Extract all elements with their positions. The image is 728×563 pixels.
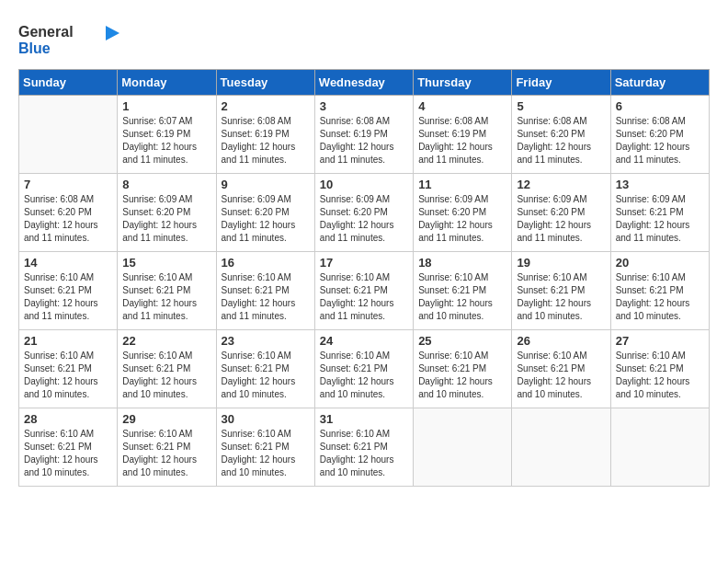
day-info: Sunrise: 6:10 AMSunset: 6:21 PMDaylight:… (122, 271, 210, 323)
day-info: Sunrise: 6:10 AMSunset: 6:21 PMDaylight:… (320, 428, 408, 479)
calendar-cell: 26Sunrise: 6:10 AMSunset: 6:21 PMDayligh… (512, 330, 610, 408)
calendar-week-row: 14Sunrise: 6:10 AMSunset: 6:21 PMDayligh… (19, 252, 710, 330)
calendar-cell: 15Sunrise: 6:10 AMSunset: 6:21 PMDayligh… (118, 252, 216, 330)
logo-svg: General Blue (18, 18, 119, 60)
day-info: Sunrise: 6:08 AMSunset: 6:19 PMDaylight:… (418, 115, 506, 167)
day-info: Sunrise: 6:09 AMSunset: 6:20 PMDaylight:… (517, 193, 605, 245)
day-info: Sunrise: 6:10 AMSunset: 6:21 PMDaylight:… (616, 271, 704, 323)
day-number: 10 (320, 178, 408, 191)
calendar-cell: 4Sunrise: 6:08 AMSunset: 6:19 PMDaylight… (414, 96, 512, 174)
svg-text:Blue: Blue (18, 40, 51, 56)
calendar-cell: 31Sunrise: 6:10 AMSunset: 6:21 PMDayligh… (314, 408, 413, 487)
calendar-cell: 14Sunrise: 6:10 AMSunset: 6:21 PMDayligh… (19, 252, 118, 330)
calendar-week-row: 1Sunrise: 6:07 AMSunset: 6:19 PMDaylight… (19, 96, 710, 174)
day-info: Sunrise: 6:09 AMSunset: 6:20 PMDaylight:… (222, 193, 310, 245)
logo: General Blue (18, 18, 119, 60)
day-info: Sunrise: 6:10 AMSunset: 6:21 PMDaylight:… (24, 350, 112, 401)
day-info: Sunrise: 6:09 AMSunset: 6:20 PMDaylight:… (418, 193, 506, 245)
day-number: 15 (122, 256, 210, 270)
day-number: 24 (320, 334, 408, 348)
calendar-cell: 19Sunrise: 6:10 AMSunset: 6:21 PMDayligh… (512, 252, 610, 330)
weekday-header: Thursday (414, 70, 512, 96)
day-number: 23 (222, 334, 310, 348)
day-number: 11 (418, 178, 506, 191)
calendar-cell: 2Sunrise: 6:08 AMSunset: 6:19 PMDaylight… (216, 96, 314, 174)
day-info: Sunrise: 6:08 AMSunset: 6:19 PMDaylight:… (222, 115, 310, 167)
day-info: Sunrise: 6:10 AMSunset: 6:21 PMDaylight:… (418, 350, 506, 401)
day-number: 2 (222, 99, 310, 113)
calendar-cell: 3Sunrise: 6:08 AMSunset: 6:19 PMDaylight… (314, 96, 413, 174)
calendar-cell: 28Sunrise: 6:10 AMSunset: 6:21 PMDayligh… (19, 408, 118, 487)
day-number: 26 (517, 334, 605, 348)
calendar-cell: 25Sunrise: 6:10 AMSunset: 6:21 PMDayligh… (414, 330, 512, 408)
day-info: Sunrise: 6:10 AMSunset: 6:21 PMDaylight:… (222, 271, 310, 323)
calendar-cell: 13Sunrise: 6:09 AMSunset: 6:21 PMDayligh… (610, 174, 709, 252)
calendar-cell: 11Sunrise: 6:09 AMSunset: 6:20 PMDayligh… (414, 174, 512, 252)
calendar-cell (19, 96, 118, 174)
weekday-header: Friday (512, 70, 610, 96)
day-number: 12 (517, 178, 605, 191)
day-info: Sunrise: 6:10 AMSunset: 6:21 PMDaylight:… (222, 350, 310, 401)
weekday-header: Wednesday (314, 70, 413, 96)
calendar-cell: 1Sunrise: 6:07 AMSunset: 6:19 PMDaylight… (118, 96, 216, 174)
day-info: Sunrise: 6:08 AMSunset: 6:20 PMDaylight:… (24, 193, 112, 245)
day-info: Sunrise: 6:10 AMSunset: 6:21 PMDaylight:… (320, 271, 408, 323)
day-number: 13 (616, 178, 704, 191)
weekday-header: Saturday (610, 70, 709, 96)
day-number: 5 (517, 99, 605, 113)
calendar-body: 1Sunrise: 6:07 AMSunset: 6:19 PMDaylight… (19, 96, 710, 487)
day-number: 21 (24, 334, 112, 348)
day-number: 25 (418, 334, 506, 348)
day-number: 31 (320, 412, 408, 426)
day-info: Sunrise: 6:08 AMSunset: 6:20 PMDaylight:… (517, 115, 605, 167)
day-info: Sunrise: 6:07 AMSunset: 6:19 PMDaylight:… (122, 115, 210, 167)
calendar-cell: 20Sunrise: 6:10 AMSunset: 6:21 PMDayligh… (610, 252, 709, 330)
calendar-cell (610, 408, 709, 487)
day-number: 19 (517, 256, 605, 270)
calendar-table: SundayMondayTuesdayWednesdayThursdayFrid… (18, 69, 710, 487)
day-info: Sunrise: 6:10 AMSunset: 6:21 PMDaylight:… (24, 271, 112, 323)
calendar-cell: 9Sunrise: 6:09 AMSunset: 6:20 PMDaylight… (216, 174, 314, 252)
day-info: Sunrise: 6:09 AMSunset: 6:20 PMDaylight:… (122, 193, 210, 245)
header-row: SundayMondayTuesdayWednesdayThursdayFrid… (19, 70, 710, 96)
day-info: Sunrise: 6:10 AMSunset: 6:21 PMDaylight:… (517, 271, 605, 323)
day-number: 28 (24, 412, 112, 426)
weekday-header: Monday (118, 70, 216, 96)
calendar-cell: 29Sunrise: 6:10 AMSunset: 6:21 PMDayligh… (118, 408, 216, 487)
calendar-cell: 5Sunrise: 6:08 AMSunset: 6:20 PMDaylight… (512, 96, 610, 174)
calendar-cell (512, 408, 610, 487)
calendar-cell: 22Sunrise: 6:10 AMSunset: 6:21 PMDayligh… (118, 330, 216, 408)
day-number: 16 (222, 256, 310, 270)
day-info: Sunrise: 6:10 AMSunset: 6:21 PMDaylight:… (517, 350, 605, 401)
day-info: Sunrise: 6:10 AMSunset: 6:21 PMDaylight:… (24, 428, 112, 479)
day-number: 3 (320, 99, 408, 113)
weekday-header: Sunday (19, 70, 118, 96)
day-number: 7 (24, 178, 112, 191)
calendar-cell: 18Sunrise: 6:10 AMSunset: 6:21 PMDayligh… (414, 252, 512, 330)
calendar-cell: 6Sunrise: 6:08 AMSunset: 6:20 PMDaylight… (610, 96, 709, 174)
weekday-header: Tuesday (216, 70, 314, 96)
day-number: 8 (122, 178, 210, 191)
day-number: 18 (418, 256, 506, 270)
day-number: 4 (418, 99, 506, 113)
svg-marker-1 (106, 26, 119, 40)
day-number: 30 (222, 412, 310, 426)
calendar-cell: 8Sunrise: 6:09 AMSunset: 6:20 PMDaylight… (118, 174, 216, 252)
calendar-cell: 23Sunrise: 6:10 AMSunset: 6:21 PMDayligh… (216, 330, 314, 408)
day-info: Sunrise: 6:10 AMSunset: 6:21 PMDaylight:… (418, 271, 506, 323)
calendar-cell: 17Sunrise: 6:10 AMSunset: 6:21 PMDayligh… (314, 252, 413, 330)
day-info: Sunrise: 6:10 AMSunset: 6:21 PMDaylight:… (616, 350, 704, 401)
day-info: Sunrise: 6:09 AMSunset: 6:20 PMDaylight:… (320, 193, 408, 245)
calendar-cell: 30Sunrise: 6:10 AMSunset: 6:21 PMDayligh… (216, 408, 314, 487)
day-info: Sunrise: 6:08 AMSunset: 6:20 PMDaylight:… (616, 115, 704, 167)
calendar-week-row: 21Sunrise: 6:10 AMSunset: 6:21 PMDayligh… (19, 330, 710, 408)
day-number: 20 (616, 256, 704, 270)
calendar-cell: 7Sunrise: 6:08 AMSunset: 6:20 PMDaylight… (19, 174, 118, 252)
day-number: 27 (616, 334, 704, 348)
day-number: 6 (616, 99, 704, 113)
calendar-cell (414, 408, 512, 487)
calendar-cell: 27Sunrise: 6:10 AMSunset: 6:21 PMDayligh… (610, 330, 709, 408)
svg-text:General: General (18, 24, 74, 40)
day-info: Sunrise: 6:10 AMSunset: 6:21 PMDaylight:… (320, 350, 408, 401)
calendar-cell: 24Sunrise: 6:10 AMSunset: 6:21 PMDayligh… (314, 330, 413, 408)
